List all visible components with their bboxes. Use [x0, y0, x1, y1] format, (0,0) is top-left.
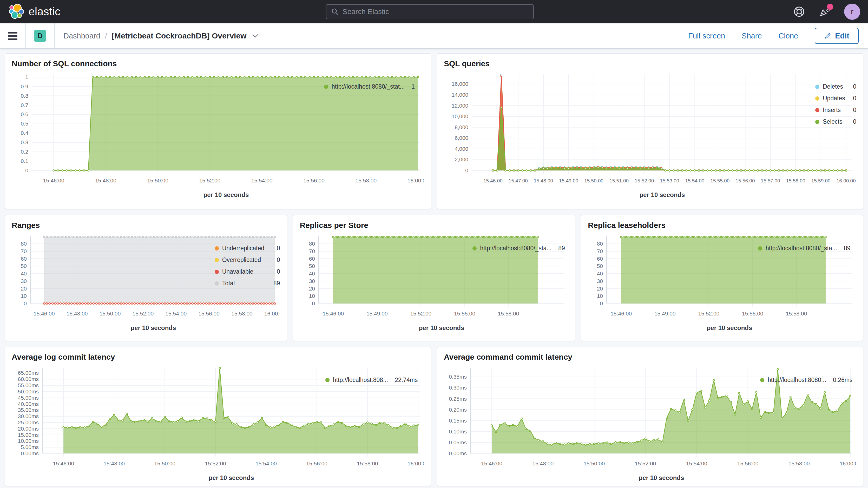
svg-text:15:51:00: 15:51:00: [610, 178, 629, 183]
legend-item[interactable]: http://localhost:808...22.74ms: [326, 376, 424, 384]
legend-value: 0: [853, 95, 856, 102]
svg-text:50: 50: [597, 263, 603, 269]
legend-item[interactable]: Underreplicated0: [215, 245, 280, 252]
legend-item[interactable]: Deletes0: [815, 83, 856, 90]
legend-item[interactable]: Selects0: [815, 118, 856, 125]
legend-item[interactable]: http://localhost:8080/_sta...89: [758, 245, 856, 252]
legend-item[interactable]: Overreplicated0: [215, 256, 280, 264]
user-avatar[interactable]: r: [844, 4, 860, 20]
svg-text:15:55:00: 15:55:00: [454, 310, 475, 316]
svg-text:15:46:00: 15:46:00: [611, 310, 632, 316]
legend-value: 22.74ms: [395, 376, 417, 384]
svg-text:15:52:00: 15:52:00: [132, 310, 154, 316]
svg-text:15:49:00: 15:49:00: [559, 178, 578, 183]
svg-text:15:46:00: 15:46:00: [481, 460, 502, 466]
notification-badge: [827, 4, 833, 10]
svg-text:15:52:00: 15:52:00: [410, 310, 431, 316]
svg-text:0.4: 0.4: [21, 130, 29, 136]
menu-button[interactable]: [0, 23, 26, 48]
svg-text:15:46:00: 15:46:00: [322, 310, 344, 316]
clone-button[interactable]: Clone: [778, 32, 798, 40]
share-button[interactable]: Share: [742, 32, 762, 40]
newsfeed-icon[interactable]: [818, 6, 831, 18]
help-icon[interactable]: [793, 6, 805, 18]
svg-text:0.00ms: 0.00ms: [21, 450, 39, 456]
legend-dot-icon: [758, 246, 762, 250]
chevron-down-icon[interactable]: [252, 34, 258, 38]
svg-text:12,000: 12,000: [452, 103, 468, 109]
svg-text:15:53:00: 15:53:00: [660, 178, 679, 183]
legend-label: Total: [222, 280, 273, 287]
legend: http://localhost:8080/_sta...89: [472, 233, 568, 335]
legend-item[interactable]: Unavailable0: [215, 268, 280, 275]
legend: http://localhost:8080/_sta...89: [758, 233, 856, 335]
svg-text:0.5: 0.5: [21, 121, 28, 126]
svg-text:15:54:00: 15:54:00: [685, 178, 704, 183]
pencil-icon: [824, 32, 831, 39]
legend-label: Deletes: [823, 83, 853, 90]
svg-text:50: 50: [309, 263, 315, 269]
elastic-brand[interactable]: elastic: [8, 3, 61, 21]
chart-replicas-per-store[interactable]: 0102030405060708015:46:0015:49:0015:52:0…: [300, 233, 473, 335]
panel-replica-leaseholders: Replica leaseholders 0102030405060708015…: [581, 215, 863, 341]
svg-text:15:48:00: 15:48:00: [95, 178, 117, 183]
full-screen-button[interactable]: Full screen: [688, 32, 725, 40]
legend: http://localhost:8080/_stat...1: [324, 71, 424, 202]
space-avatar[interactable]: D: [34, 30, 46, 42]
legend-item[interactable]: Total89: [215, 280, 280, 287]
dashboard-grid: Number of SQL connections 00.10.20.30.40…: [0, 48, 868, 488]
legend-item[interactable]: http://localhost:8080/_stat...1: [324, 83, 424, 90]
svg-text:15:48:00: 15:48:00: [103, 460, 125, 466]
svg-text:30: 30: [309, 278, 315, 284]
legend-label: http://localhost:808...: [333, 376, 388, 384]
svg-text:per 10 seconds: per 10 seconds: [418, 324, 464, 331]
svg-text:per 10 seconds: per 10 seconds: [640, 191, 685, 198]
svg-text:35.00ms: 35.00ms: [18, 407, 39, 413]
chart-average-command-commit-latency[interactable]: 0.00ms0.05ms0.10ms0.15ms0.20ms0.25ms0.30…: [444, 365, 760, 485]
svg-text:per 10 seconds: per 10 seconds: [209, 474, 254, 481]
legend-item[interactable]: Updates0: [815, 95, 856, 102]
svg-text:50: 50: [21, 263, 27, 269]
breadcrumb-dashboard-link[interactable]: Dashboard: [63, 32, 100, 40]
legend: http://localhost:8080...0.26ms: [760, 365, 856, 485]
panel-title: Average command commit latency: [444, 353, 856, 362]
legend-value: 0: [853, 83, 856, 90]
legend-item[interactable]: http://localhost:8080...0.26ms: [760, 376, 856, 384]
svg-text:40: 40: [21, 271, 27, 276]
space-area: D: [26, 23, 55, 48]
legend-dot-icon: [472, 246, 476, 250]
panel-title: Number of SQL connections: [12, 59, 424, 68]
legend-item[interactable]: Inserts0: [815, 106, 856, 114]
legend-value: 89: [558, 245, 565, 252]
svg-text:0.1: 0.1: [21, 158, 28, 164]
legend-value: 0.26ms: [833, 376, 852, 384]
edit-button[interactable]: Edit: [815, 28, 859, 44]
chart-number-of-sql-connections[interactable]: 00.10.20.30.40.50.60.70.80.9115:46:0015:…: [12, 71, 324, 202]
chart-sql-queries[interactable]: 02,0004,0006,0008,00010,00012,00014,0001…: [444, 71, 815, 202]
legend-dot-icon: [815, 108, 819, 112]
svg-text:15:58:00: 15:58:00: [786, 178, 805, 183]
legend-label: http://localhost:8080/_stat...: [332, 83, 405, 90]
svg-text:65.00ms: 65.00ms: [18, 370, 39, 376]
legend-item[interactable]: http://localhost:8080/_sta...89: [472, 245, 568, 252]
chart-ranges[interactable]: 0102030405060708015:46:0015:48:0015:50:0…: [12, 233, 215, 335]
svg-text:16,000: 16,000: [452, 81, 468, 87]
panel-title: Average log commit latency: [12, 353, 424, 362]
global-header: elastic: [0, 0, 868, 23]
svg-text:15:56:00: 15:56:00: [303, 178, 324, 183]
svg-text:15:50:00: 15:50:00: [99, 310, 121, 316]
search-input[interactable]: [343, 7, 529, 16]
legend-dot-icon: [815, 120, 819, 124]
panel-average-log-commit-latency: Average log commit latency 0.00ms5.00ms1…: [5, 347, 431, 486]
chart-replica-leaseholders[interactable]: 0102030405060708015:46:0015:49:0015:52:0…: [588, 233, 758, 335]
svg-text:10,000: 10,000: [452, 113, 468, 119]
legend-dot-icon: [324, 85, 328, 89]
svg-text:20: 20: [21, 285, 27, 292]
svg-text:40.00ms: 40.00ms: [18, 401, 39, 407]
svg-text:15:54:00: 15:54:00: [165, 310, 187, 316]
legend-label: http://localhost:8080/_sta...: [766, 245, 837, 252]
chart-average-log-commit-latency[interactable]: 0.00ms5.00ms10.00ms15.00ms20.00ms25.00ms…: [12, 365, 326, 485]
global-search[interactable]: [326, 4, 534, 19]
legend-label: http://localhost:8080...: [768, 376, 826, 384]
svg-text:60.00ms: 60.00ms: [18, 376, 39, 382]
